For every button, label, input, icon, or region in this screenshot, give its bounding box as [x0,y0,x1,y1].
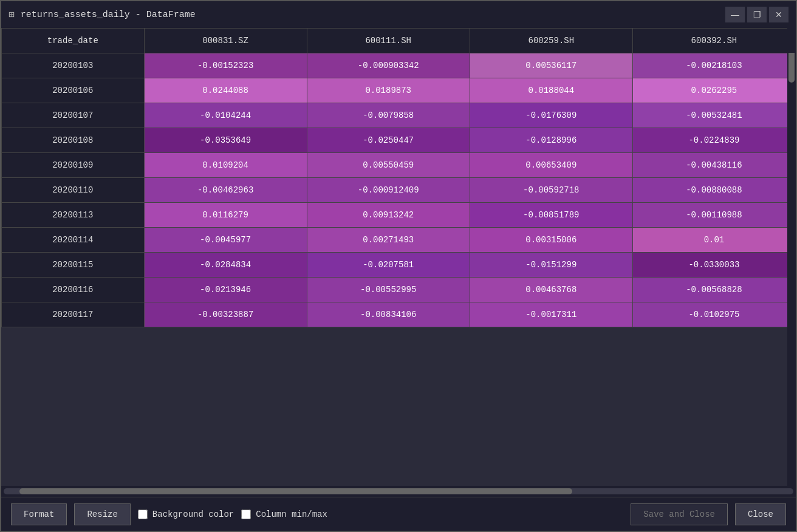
index-cell: 20200114 [2,228,145,253]
data-cell: -0.0128996 [470,128,632,153]
index-cell: 20200110 [2,178,145,203]
title-bar-left: ⊞ returns_assets_daily - DataFrame [9,9,196,21]
title-bar: ⊞ returns_assets_daily - DataFrame — ❐ ✕ [1,1,796,28]
table-row: 20200107-0.0104244-0.0079858-0.0176309-0… [2,103,796,128]
index-cell: 20200108 [2,128,145,153]
h-scrollbar-track [4,488,793,494]
data-cell: -0.00152323 [144,53,307,78]
data-cell: -0.0353649 [144,128,307,153]
window-icon: ⊞ [9,9,15,21]
data-cell: -0.00438116 [632,153,795,178]
data-cell: 0.00463768 [470,278,632,302]
h-scrollbar-thumb[interactable] [19,488,572,494]
data-cell: -0.00218103 [632,53,795,78]
data-cell: -0.0284834 [144,253,307,278]
data-cell: 0.0189873 [307,78,470,103]
data-cell: 0.00913242 [307,203,470,228]
table-row: 202001090.01092040.005504590.00653409-0.… [2,153,796,178]
col-header-1: 000831.SZ [144,29,307,53]
col-minmax-group: Column min/max [241,510,327,519]
data-cell: -0.00592718 [470,178,632,203]
table-row: 202001060.02440880.01898730.01880440.026… [2,78,796,103]
title-controls: — ❐ ✕ [725,7,788,22]
data-cell: 0.0244088 [144,78,307,103]
index-cell: 20200116 [2,278,145,302]
data-cell: 0.00315006 [470,228,632,253]
table-row: 20200108-0.0353649-0.0250447-0.0128996-0… [2,128,796,153]
vertical-scrollbar[interactable] [787,28,796,486]
data-cell: -0.0330033 [632,253,795,278]
data-cell: -0.000903342 [307,53,470,78]
data-cell: -0.0104244 [144,103,307,128]
data-cell: -0.0079858 [307,103,470,128]
minimize-button[interactable]: — [725,7,745,22]
col-header-index: trade_date [2,29,145,53]
bg-color-checkbox[interactable] [138,510,148,519]
data-cell: -0.0176309 [470,103,632,128]
data-cell: -0.00532481 [632,103,795,128]
bg-color-label: Background color [152,510,234,519]
bg-color-group: Background color [138,510,234,519]
data-cell: 0.0116279 [144,203,307,228]
data-cell: 0.01 [632,228,795,253]
data-cell: -0.0045977 [144,228,307,253]
table-container[interactable]: trade_date 000831.SZ 600111.SH 600259.SH… [1,28,796,486]
data-cell: 0.0109204 [144,153,307,178]
col-header-2: 600111.SH [307,29,470,53]
data-cell: -0.0017311 [470,302,632,327]
resize-button[interactable]: Resize [74,503,130,525]
data-cell: -0.0102975 [632,302,795,327]
data-cell: -0.00462963 [144,178,307,203]
table-row: 20200117-0.00323887-0.00834106-0.0017311… [2,302,796,327]
index-cell: 20200113 [2,203,145,228]
data-cell: -0.0224839 [632,128,795,153]
col-header-4: 600392.SH [632,29,795,53]
data-cell: 0.00536117 [470,53,632,78]
table-row: 20200103-0.00152323-0.0009033420.0053611… [2,53,796,78]
data-cell: -0.0213946 [144,278,307,302]
index-cell: 20200109 [2,153,145,178]
data-cell: 0.00550459 [307,153,470,178]
data-cell: -0.00568828 [632,278,795,302]
data-cell: -0.00880088 [632,178,795,203]
horizontal-scrollbar-area[interactable] [1,486,796,497]
window-title: returns_assets_daily - DataFrame [21,10,196,20]
table-row: 20200114-0.00459770.002714930.003150060.… [2,228,796,253]
col-minmax-label: Column min/max [256,510,327,519]
data-cell: 0.00653409 [470,153,632,178]
table-row: 20200110-0.00462963-0.000912409-0.005927… [2,178,796,203]
data-cell: -0.00834106 [307,302,470,327]
data-cell: -0.0250447 [307,128,470,153]
table-row: 20200115-0.0284834-0.0207581-0.0151299-0… [2,253,796,278]
close-button[interactable]: Close [735,503,786,525]
col-header-3: 600259.SH [470,29,632,53]
data-cell: -0.00851789 [470,203,632,228]
index-cell: 20200117 [2,302,145,327]
index-cell: 20200115 [2,253,145,278]
data-cell: -0.0207581 [307,253,470,278]
close-window-button[interactable]: ✕ [769,7,788,22]
data-cell: -0.000912409 [307,178,470,203]
bottom-toolbar: Format Resize Background color Column mi… [1,497,796,531]
data-cell: -0.00110988 [632,203,795,228]
save-close-button[interactable]: Save and Close [631,503,728,525]
header-row: trade_date 000831.SZ 600111.SH 600259.SH… [2,29,796,53]
maximize-button[interactable]: ❐ [747,7,767,22]
dataframe-table: trade_date 000831.SZ 600111.SH 600259.SH… [1,28,796,327]
format-button[interactable]: Format [11,503,67,525]
table-row: 202001130.01162790.00913242-0.00851789-0… [2,203,796,228]
col-minmax-checkbox[interactable] [241,510,251,519]
data-cell: -0.0151299 [470,253,632,278]
index-cell: 20200106 [2,78,145,103]
index-cell: 20200107 [2,103,145,128]
data-cell: -0.00323887 [144,302,307,327]
table-row: 20200116-0.0213946-0.005529950.00463768-… [2,278,796,302]
data-cell: 0.0262295 [632,78,795,103]
data-cell: -0.00552995 [307,278,470,302]
main-window: ⊞ returns_assets_daily - DataFrame — ❐ ✕… [0,0,797,532]
index-cell: 20200103 [2,53,145,78]
data-cell: 0.0188044 [470,78,632,103]
data-cell: 0.00271493 [307,228,470,253]
